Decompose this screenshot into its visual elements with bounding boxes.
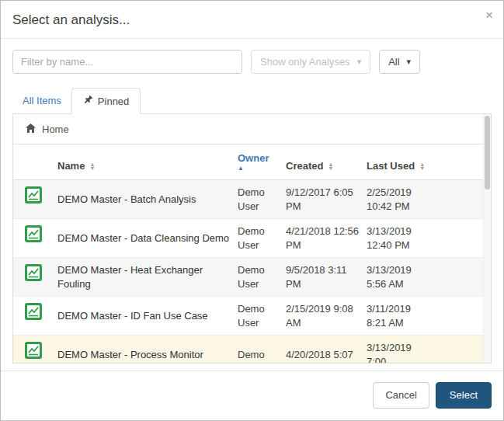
scope-dropdown[interactable]: All ▾ bbox=[379, 50, 420, 74]
analysis-icon bbox=[25, 186, 57, 207]
sort-icon: ▲ ▼ bbox=[328, 162, 333, 170]
select-analysis-dialog: Select an analysis... × Show only Analys… bbox=[0, 0, 504, 421]
tab-bar: All Items Pinned bbox=[12, 88, 492, 114]
pin-icon bbox=[83, 95, 93, 107]
row-owner: Demo User bbox=[238, 263, 286, 291]
show-only-analyses-dropdown[interactable]: Show only Analyses ▾ bbox=[251, 50, 370, 74]
scope-dropdown-label: All bbox=[388, 56, 399, 68]
show-only-analyses-label: Show only Analyses bbox=[260, 56, 350, 68]
table-row[interactable]: DEMO Master - Data Cleansing Demo Demo U… bbox=[13, 219, 491, 258]
row-owner: Demo User bbox=[238, 302, 286, 329]
close-icon[interactable]: × bbox=[485, 9, 493, 22]
row-last-used: 3/13/2019 7:00 bbox=[367, 341, 440, 364]
table-row[interactable]: DEMO Master - Batch Analysis Demo User 9… bbox=[13, 180, 491, 219]
breadcrumb-home-label: Home bbox=[42, 124, 69, 135]
breadcrumb-home[interactable]: Home bbox=[13, 114, 491, 144]
filter-by-name-input[interactable] bbox=[12, 50, 242, 74]
row-owner: Demo bbox=[238, 348, 286, 362]
sort-ascending-icon: ▲ bbox=[238, 165, 244, 172]
row-last-used: 2/25/2019 10:42 PM bbox=[367, 186, 440, 213]
table-row[interactable]: DEMO Master - Process Monitor Demo 4/20/… bbox=[13, 336, 491, 364]
analysis-icon bbox=[25, 224, 57, 246]
cancel-button[interactable]: Cancel bbox=[373, 382, 429, 409]
row-name: DEMO Master - Heat Exchanger Fouling bbox=[57, 263, 238, 291]
column-header-owner[interactable]: Owner ▲ bbox=[238, 152, 286, 172]
column-header-last-used[interactable]: Last Used ▲ ▼ bbox=[367, 160, 440, 172]
tab-pinned-label: Pinned bbox=[98, 96, 129, 107]
row-created: 9/5/2018 3:11 PM bbox=[286, 263, 367, 291]
column-header-created-label: Created bbox=[286, 160, 323, 172]
column-header-owner-label: Owner bbox=[238, 152, 269, 164]
row-created: 4/21/2018 12:56 PM bbox=[286, 224, 367, 252]
row-created: 2/15/2019 9:08 AM bbox=[286, 302, 367, 329]
row-owner: Demo User bbox=[238, 186, 286, 213]
row-last-used: 3/11/2019 8:21 AM bbox=[367, 302, 440, 329]
column-header-name[interactable]: Name ▲ ▼ bbox=[57, 160, 238, 172]
items-panel: Home Name ▲ ▼ Owner ▲ Created ▲ ▼ bbox=[12, 114, 492, 364]
row-owner: Demo User bbox=[238, 224, 286, 252]
scrollbar[interactable] bbox=[483, 114, 491, 363]
row-name: DEMO Master - ID Fan Use Case bbox=[57, 309, 238, 323]
row-last-used: 3/13/2019 5:56 AM bbox=[367, 263, 440, 291]
column-header-created[interactable]: Created ▲ ▼ bbox=[286, 160, 367, 172]
sort-icon: ▲ ▼ bbox=[89, 162, 95, 170]
dialog-header: Select an analysis... × bbox=[1, 1, 503, 39]
analysis-icon bbox=[25, 341, 57, 363]
select-button[interactable]: Select bbox=[436, 382, 492, 409]
caret-down-icon: ▾ bbox=[407, 57, 412, 66]
sort-desc-icon: ▼ bbox=[328, 166, 333, 170]
sort-desc-icon: ▼ bbox=[419, 166, 425, 170]
home-icon bbox=[25, 123, 36, 136]
table-row[interactable]: DEMO Master - Heat Exchanger Fouling Dem… bbox=[13, 258, 491, 297]
tab-all-items-label: All Items bbox=[23, 95, 61, 106]
row-created: 9/12/2017 6:05 PM bbox=[286, 186, 367, 213]
column-header-last-used-label: Last Used bbox=[367, 160, 415, 172]
dialog-title: Select an analysis... bbox=[12, 12, 130, 27]
dialog-footer: Cancel Select bbox=[1, 371, 503, 420]
analysis-icon bbox=[25, 302, 57, 324]
row-name: DEMO Master - Data Cleansing Demo bbox=[57, 231, 238, 245]
scrollbar-thumb[interactable] bbox=[485, 116, 490, 190]
sort-desc-icon: ▼ bbox=[89, 166, 95, 170]
row-name: DEMO Master - Batch Analysis bbox=[57, 193, 238, 207]
row-name: DEMO Master - Process Monitor bbox=[57, 348, 238, 362]
table-row[interactable]: DEMO Master - ID Fan Use Case Demo User … bbox=[13, 297, 491, 336]
caret-down-icon: ▾ bbox=[357, 57, 362, 66]
table-header-row: Name ▲ ▼ Owner ▲ Created ▲ ▼ Last Used bbox=[13, 144, 491, 180]
row-created: 4/20/2018 5:07 bbox=[286, 348, 367, 362]
row-last-used: 3/13/2019 12:40 PM bbox=[367, 224, 440, 252]
tab-pinned[interactable]: Pinned bbox=[71, 88, 141, 114]
sort-icon: ▲ ▼ bbox=[419, 162, 425, 170]
column-header-name-label: Name bbox=[57, 160, 85, 172]
tab-all-items[interactable]: All Items bbox=[12, 88, 71, 113]
filter-row: Show only Analyses ▾ All ▾ bbox=[1, 39, 503, 85]
analysis-icon bbox=[25, 263, 57, 285]
